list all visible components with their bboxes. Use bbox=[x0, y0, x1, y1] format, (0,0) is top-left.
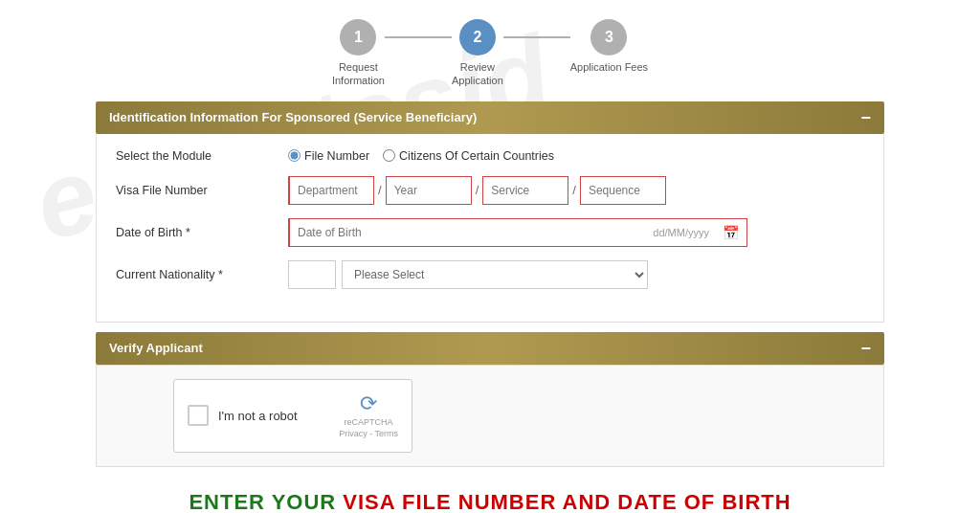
captcha-checkbox[interactable] bbox=[188, 405, 209, 426]
captcha-wrapper: I'm not a robot ⟳ reCAPTCHA Privacy - Te… bbox=[96, 365, 884, 467]
radio-file-number[interactable]: File Number bbox=[288, 149, 369, 163]
bottom-banner: ENTER YOUR VISA FILE NUMBER AND DATE OF … bbox=[96, 477, 884, 513]
separator-2: / bbox=[472, 183, 483, 197]
nationality-select[interactable]: Please Select bbox=[342, 260, 648, 289]
identification-title: Identification Information For Sponsored… bbox=[109, 110, 477, 124]
date-of-birth-controls: dd/MM/yyyy 📅 bbox=[288, 218, 864, 247]
radio-file-number-label: File Number bbox=[304, 149, 369, 163]
dob-format: dd/MM/yyyy bbox=[647, 227, 715, 238]
separator-3: / bbox=[568, 183, 580, 197]
year-input[interactable] bbox=[386, 176, 472, 205]
step-2-label: ReviewApplication bbox=[452, 60, 503, 88]
current-nationality-label: Current Nationality * bbox=[116, 268, 288, 281]
select-module-row: Select the Module File Number Citizens O… bbox=[116, 149, 864, 163]
step-1-circle: 1 bbox=[340, 19, 376, 56]
select-module-label: Select the Module bbox=[116, 149, 288, 163]
module-controls: File Number Citizens Of Certain Countrie… bbox=[288, 149, 864, 163]
dob-input[interactable] bbox=[290, 221, 647, 244]
visa-file-number-row: Visa File Number / / / bbox=[116, 176, 864, 205]
radio-file-number-input[interactable] bbox=[288, 149, 301, 162]
identification-section: Identification Information For Sponsored… bbox=[96, 101, 884, 323]
calendar-icon[interactable]: 📅 bbox=[715, 225, 746, 240]
radio-citizens-input[interactable] bbox=[383, 149, 395, 162]
step-connector-2 bbox=[503, 36, 570, 38]
nationality-code-input[interactable] bbox=[288, 260, 336, 289]
radio-citizens-label: Citizens Of Certain Countries bbox=[399, 149, 554, 163]
verify-section: Verify Applicant − I'm not a robot ⟳ reC… bbox=[96, 332, 884, 467]
bottom-text-green-1: ENTER YOUR bbox=[189, 490, 343, 513]
visa-file-number-label: Visa File Number bbox=[116, 184, 288, 197]
visa-file-number-controls: / / / bbox=[288, 176, 864, 205]
date-of-birth-row: Date of Birth * dd/MM/yyyy 📅 bbox=[116, 218, 864, 247]
step-3: 3 Application Fees bbox=[570, 19, 648, 74]
captcha-left: I'm not a robot bbox=[188, 405, 298, 426]
step-3-circle: 3 bbox=[590, 19, 627, 56]
nationality-wrapper: Please Select bbox=[288, 260, 648, 289]
date-of-birth-label: Date of Birth * bbox=[116, 226, 288, 239]
department-input[interactable] bbox=[288, 176, 374, 205]
file-number-group: / / / bbox=[288, 176, 666, 205]
recaptcha-icon: ⟳ bbox=[360, 391, 377, 416]
bottom-text-red: VISA FILE NUMBER AND DATE OF BIRTH bbox=[343, 490, 791, 513]
verify-header: Verify Applicant − bbox=[96, 332, 884, 365]
current-nationality-row: Current Nationality * Please Select bbox=[116, 260, 864, 289]
step-1: 1 RequestInformation bbox=[332, 19, 385, 88]
service-input[interactable] bbox=[482, 176, 568, 205]
captcha-right: ⟳ reCAPTCHA Privacy - Terms bbox=[339, 391, 398, 440]
recaptcha-label: reCAPTCHA Privacy - Terms bbox=[339, 416, 398, 440]
identification-form: Select the Module File Number Citizens O… bbox=[96, 134, 884, 323]
step-2-circle: 2 bbox=[459, 19, 496, 56]
recaptcha-brand: reCAPTCHA bbox=[345, 417, 393, 427]
step-connector-1 bbox=[385, 36, 452, 38]
identification-header: Identification Information For Sponsored… bbox=[96, 101, 884, 134]
captcha-box: I'm not a robot ⟳ reCAPTCHA Privacy - Te… bbox=[173, 379, 412, 453]
verify-collapse-icon[interactable]: − bbox=[860, 340, 871, 357]
step-3-label: Application Fees bbox=[570, 60, 648, 74]
dob-wrapper: dd/MM/yyyy 📅 bbox=[288, 218, 747, 247]
sequence-input[interactable] bbox=[580, 176, 666, 205]
step-1-label: RequestInformation bbox=[332, 60, 385, 88]
module-radio-group: File Number Citizens Of Certain Countrie… bbox=[288, 149, 554, 163]
identification-collapse-icon[interactable]: − bbox=[860, 109, 871, 126]
recaptcha-links: Privacy - Terms bbox=[339, 429, 398, 438]
nationality-controls: Please Select bbox=[288, 260, 864, 289]
captcha-text: I'm not a robot bbox=[218, 409, 298, 423]
step-2: 2 ReviewApplication bbox=[452, 19, 503, 88]
radio-citizens[interactable]: Citizens Of Certain Countries bbox=[383, 149, 554, 163]
separator-1: / bbox=[374, 183, 386, 197]
verify-title: Verify Applicant bbox=[109, 341, 203, 355]
steps-container: 1 RequestInformation 2 ReviewApplication… bbox=[96, 10, 884, 88]
